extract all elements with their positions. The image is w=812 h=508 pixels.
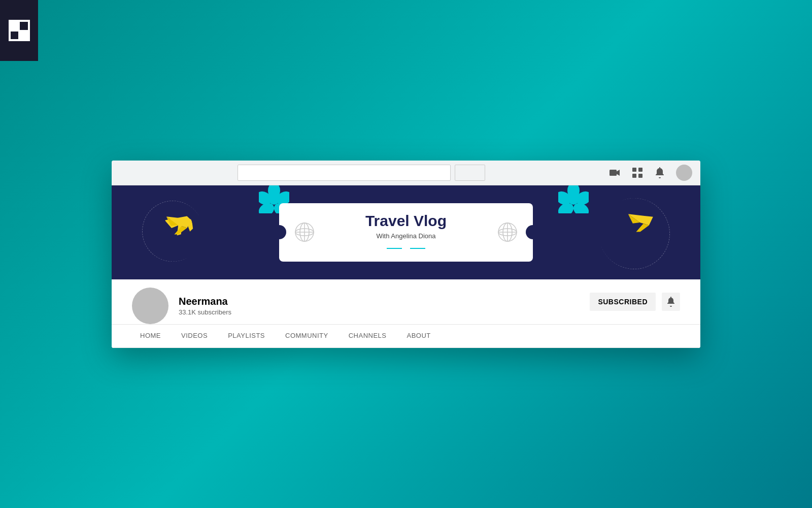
browser-header [112, 161, 700, 185]
svg-rect-3 [632, 174, 636, 178]
channel-actions: SUBSCRIBED [590, 293, 680, 319]
channel-banner: Travel Vlog With Angelina Diona [112, 185, 700, 279]
apps-grid-icon[interactable] [631, 167, 644, 179]
tab-videos[interactable]: VIDEOS [173, 325, 216, 347]
svg-point-22 [568, 195, 579, 205]
wm-cell-2 [20, 22, 28, 30]
watermark [0, 0, 38, 61]
flower-top-right-icon [558, 185, 589, 219]
user-avatar[interactable] [676, 165, 692, 181]
channel-details: Neermana 33.1K subscribers [179, 296, 580, 316]
banner-title: Travel Vlog [315, 212, 497, 230]
ticket-line-left [387, 248, 402, 249]
wm-cell-3 [11, 31, 19, 40]
channel-avatar [132, 288, 168, 324]
tab-community[interactable]: COMMUNITY [277, 325, 336, 347]
svg-rect-2 [638, 168, 642, 172]
globe-right-icon [497, 222, 518, 242]
wm-cell-1 [11, 22, 19, 30]
tab-channels[interactable]: CHANNELS [341, 325, 395, 347]
svg-rect-1 [632, 168, 636, 172]
channel-info-row: Neermana 33.1K subscribers SUBSCRIBED [112, 279, 700, 325]
search-input[interactable] [238, 165, 451, 181]
tab-home[interactable]: HOME [132, 325, 169, 347]
browser-window: Travel Vlog With Angelina Diona Neermana [112, 161, 700, 348]
ticket-content: Travel Vlog With Angelina Diona [315, 212, 497, 253]
notification-bell-button[interactable] [662, 293, 680, 311]
channel-navigation: HOME VIDEOS PLAYLISTS COMMUNITY CHANNELS… [112, 325, 700, 348]
wm-cell-4 [20, 31, 28, 40]
svg-point-16 [269, 195, 279, 205]
svg-rect-4 [638, 174, 642, 178]
subscribe-button[interactable]: SUBSCRIBED [590, 293, 656, 311]
tab-playlists[interactable]: PLAYLISTS [220, 325, 273, 347]
notification-bell-icon[interactable] [654, 167, 666, 179]
tab-about[interactable]: ABOUT [399, 325, 439, 347]
banner-subtitle: With Angelina Diona [315, 232, 497, 240]
watermark-grid [9, 20, 30, 41]
search-button[interactable] [455, 165, 485, 181]
video-camera-icon[interactable] [609, 167, 621, 179]
ticket-decorative-lines [315, 244, 497, 253]
banner-ticket: Travel Vlog With Angelina Diona [279, 203, 533, 262]
header-icons [609, 165, 692, 181]
globe-left-icon [294, 222, 315, 242]
channel-subscribers: 33.1K subscribers [179, 308, 580, 316]
svg-rect-0 [610, 170, 617, 176]
channel-name: Neermana [179, 296, 580, 307]
ticket-line-right [410, 248, 425, 249]
search-bar-container [120, 165, 603, 181]
